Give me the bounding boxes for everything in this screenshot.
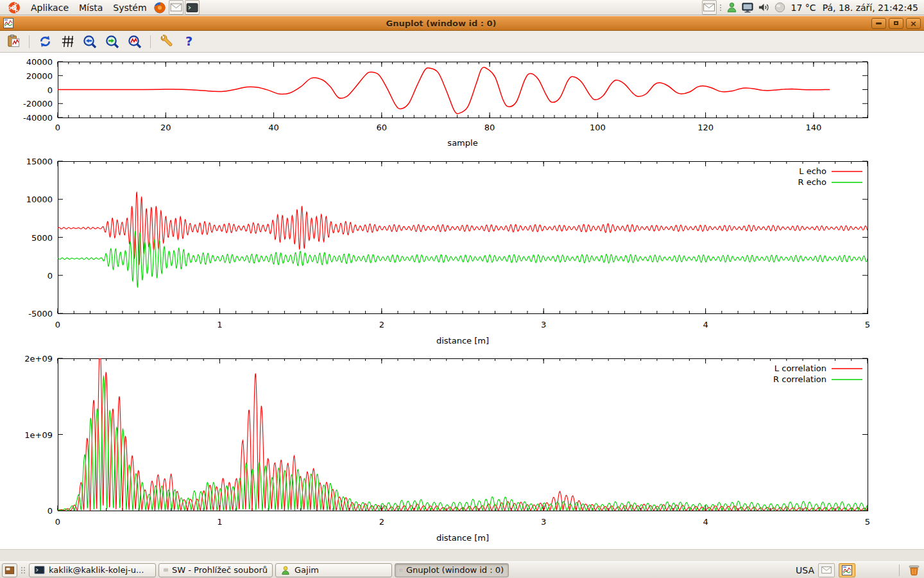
keyboard-layout-indicator[interactable]: USA <box>796 565 814 575</box>
svg-text:L echo: L echo <box>799 166 826 176</box>
svg-text:40: 40 <box>268 123 279 132</box>
copy-to-clipboard-button[interactable] <box>5 33 22 50</box>
taskbar-window-label: Gnuplot (window id : 0) <box>406 565 504 575</box>
gnuplot-toolbar: ? <box>0 31 924 53</box>
menu-places[interactable]: Místa <box>74 0 108 15</box>
refresh-icon <box>38 34 53 49</box>
taskbar-window-terminal[interactable]: kaklik@kaklik-kolej-u... <box>29 563 156 577</box>
svg-text:100: 100 <box>590 123 606 132</box>
window-title: Gnuplot (window id : 0) <box>13 19 869 28</box>
taskbar-handle[interactable] <box>21 567 25 574</box>
minimize-button[interactable] <box>871 18 886 29</box>
taskbar-window-label: SW - Prohlížeč souborů <box>172 565 268 575</box>
zoom-previous-button[interactable] <box>81 33 98 50</box>
svg-text:20000: 20000 <box>26 71 53 81</box>
wrench-icon <box>159 34 174 49</box>
svg-text:5000: 5000 <box>31 233 53 243</box>
svg-text:L correlation: L correlation <box>774 363 826 373</box>
svg-text:2: 2 <box>379 320 384 329</box>
svg-text:?: ? <box>185 34 192 49</box>
display-icon[interactable] <box>740 0 755 15</box>
window-titlebar[interactable]: Gnuplot (window id : 0) × <box>0 16 924 31</box>
svg-text:10000: 10000 <box>26 195 53 204</box>
gajim-icon <box>280 565 291 575</box>
volume-icon[interactable] <box>757 0 771 15</box>
toggle-grid-button[interactable] <box>59 33 76 50</box>
toolbar-separator <box>29 35 30 48</box>
panel-right: 17 °C Pá, 18. září, 21:42:45 <box>701 0 921 15</box>
weather-icon[interactable] <box>773 0 787 15</box>
svg-text:0: 0 <box>55 517 60 527</box>
copy-icon <box>6 34 21 49</box>
svg-text:-5000: -5000 <box>28 309 53 319</box>
taskbar-window-label: Gajim <box>295 565 319 575</box>
svg-text:-40000: -40000 <box>23 113 53 123</box>
chart-1: 020406080100120140-40000-200000200004000… <box>23 57 868 148</box>
replot-button[interactable] <box>37 33 53 50</box>
zoom-next-button[interactable] <box>104 33 121 50</box>
mail-notifier-icon[interactable] <box>702 0 717 15</box>
ubuntu-menu-logo[interactable] <box>3 0 26 15</box>
svg-text:2: 2 <box>379 517 384 527</box>
autoscale-icon <box>127 34 142 49</box>
minimize-icon <box>876 22 882 24</box>
chart-2: 012345-5000050001000015000distance [m]L … <box>26 157 871 346</box>
svg-text:80: 80 <box>484 123 495 132</box>
tray-separator <box>899 565 900 576</box>
taskbar-window-gajim[interactable]: Gajim <box>275 563 392 577</box>
svg-text:R echo: R echo <box>798 177 826 187</box>
taskbar-window-gnuplot[interactable]: Gnuplot (window id : 0) <box>395 563 509 577</box>
svg-text:-20000: -20000 <box>23 99 53 109</box>
taskbar: kaklik@kaklik-kolej-u... SW - Prohlížeč … <box>0 561 924 578</box>
svg-text:60: 60 <box>377 123 388 132</box>
terminal-icon[interactable] <box>185 0 200 15</box>
svg-text:distance [m]: distance [m] <box>436 336 489 346</box>
close-button[interactable]: × <box>906 18 921 29</box>
menu-system[interactable]: Systém <box>108 0 151 15</box>
svg-text:3: 3 <box>541 517 546 527</box>
maximize-icon <box>894 21 898 25</box>
taskbar-window-file-manager[interactable]: SW - Prohlížeč souborů <box>158 563 273 577</box>
show-desktop-icon <box>4 566 15 575</box>
gnuplot-icon <box>842 565 852 575</box>
svg-text:4: 4 <box>703 320 708 329</box>
tray-mail-button[interactable] <box>818 563 835 577</box>
svg-text:40000: 40000 <box>26 57 53 67</box>
svg-text:distance [m]: distance [m] <box>436 533 489 543</box>
trash-applet[interactable] <box>907 563 921 577</box>
panel-applet-handle[interactable] <box>720 4 721 11</box>
mail-icon <box>821 566 832 574</box>
close-icon: × <box>910 19 917 28</box>
gnuplot-icon <box>400 565 402 575</box>
svg-text:0: 0 <box>47 506 53 516</box>
settings-button[interactable] <box>158 33 175 50</box>
svg-text:4: 4 <box>703 517 708 527</box>
gnuplot-charts: 020406080100120140-40000-200000200004000… <box>0 53 924 549</box>
temperature[interactable]: 17 °C <box>788 3 819 13</box>
ubuntu-logo-icon <box>8 1 21 14</box>
help-button[interactable]: ? <box>180 33 197 50</box>
chart-3: 01234501e+092e+09distance [m]L correlati… <box>24 354 870 543</box>
svg-text:0: 0 <box>55 123 60 132</box>
window-icon <box>3 18 13 28</box>
svg-text:3: 3 <box>541 320 546 329</box>
maximize-button[interactable] <box>889 18 903 29</box>
svg-text:1e+09: 1e+09 <box>24 430 53 440</box>
grid-icon <box>60 34 75 49</box>
menu-applications[interactable]: Aplikace <box>26 0 74 15</box>
svg-text:5: 5 <box>865 517 870 527</box>
autoscale-button[interactable] <box>126 33 143 50</box>
terminal-icon <box>34 565 45 575</box>
mail-icon[interactable] <box>169 0 184 15</box>
show-desktop-button[interactable] <box>2 563 17 577</box>
tray-gnuplot-button[interactable] <box>839 563 855 577</box>
user-switcher-icon[interactable] <box>724 0 739 15</box>
toolbar-separator <box>150 35 151 48</box>
svg-text:0: 0 <box>47 85 53 95</box>
file-manager-icon <box>164 565 168 575</box>
top-panel: Aplikace Místa Systém <box>0 0 924 15</box>
firefox-icon[interactable] <box>153 0 167 15</box>
trash-icon <box>907 563 921 577</box>
clock[interactable]: Pá, 18. září, 21:42:45 <box>819 3 921 13</box>
svg-text:0: 0 <box>55 320 60 329</box>
